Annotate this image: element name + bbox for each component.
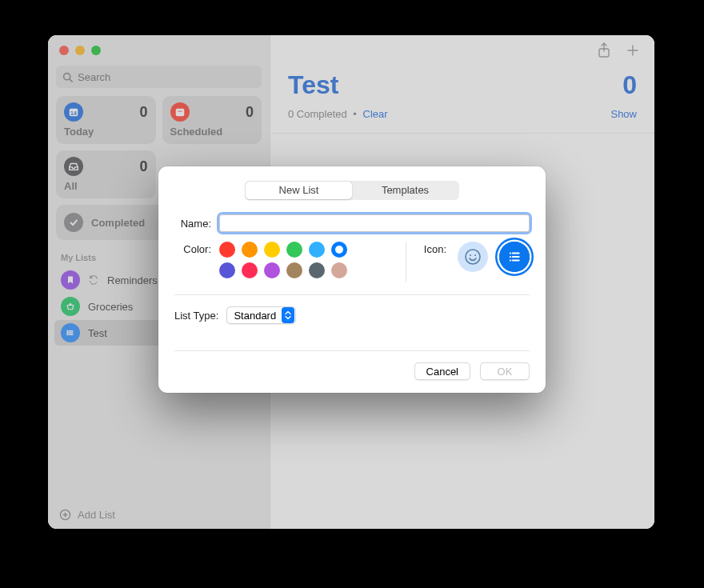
svg-point-19 [466,250,480,264]
name-input[interactable] [219,214,530,232]
list-type-label: List Type: [174,310,218,322]
svg-point-27 [510,259,511,261]
smile-icon [463,247,482,266]
list-type-select[interactable]: Standard [226,306,296,324]
color-swatch-purple[interactable] [264,262,280,278]
tab-templates[interactable]: Templates [352,182,458,199]
color-swatch-blue[interactable] [331,242,347,258]
color-swatch-lightblue[interactable] [309,242,325,258]
color-swatch-brown[interactable] [286,262,302,278]
color-swatch-pink[interactable] [242,262,258,278]
divider [174,294,530,295]
color-swatch-red[interactable] [219,242,235,258]
cancel-button[interactable]: Cancel [414,362,470,380]
ok-button[interactable]: OK [480,362,530,380]
divider [406,242,406,282]
svg-point-21 [474,254,476,256]
icon-label: Icon: [424,242,446,255]
chevron-up-down-icon [282,307,294,323]
color-swatch-orange[interactable] [242,242,258,258]
color-swatch-rose[interactable] [331,262,347,278]
new-list-dialog: New List Templates Name: Color: [158,166,546,393]
list-icon [507,250,522,264]
list-type-value: Standard [234,310,276,322]
svg-point-26 [510,256,511,258]
color-swatch-gray[interactable] [309,262,325,278]
color-swatch-green[interactable] [286,242,302,258]
svg-point-20 [470,254,471,256]
color-swatch-yellow[interactable] [264,242,280,258]
tab-new-list[interactable]: New List [246,182,352,199]
color-swatch-indigo[interactable] [219,262,235,278]
list-icon-button[interactable] [499,242,530,272]
color-label: Color: [174,242,211,255]
svg-point-25 [510,252,511,254]
name-label: Name: [174,218,211,230]
dialog-tabs: New List Templates [245,181,459,200]
emoji-icon-button[interactable] [458,242,488,272]
color-swatches [219,242,349,278]
